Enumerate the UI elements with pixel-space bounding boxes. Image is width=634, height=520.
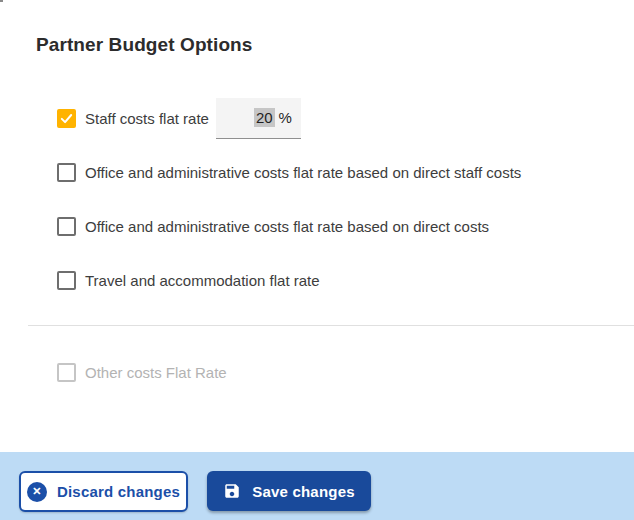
section-divider xyxy=(28,325,634,326)
staff-rate-unit: % xyxy=(279,109,292,126)
office-admin-direct-label: Office and administrative costs flat rat… xyxy=(85,218,489,235)
partner-budget-options-panel: { "page": { "title": "Partner Budget Opt… xyxy=(0,0,634,520)
office-admin-staff-checkbox[interactable] xyxy=(57,163,76,182)
travel-label: Travel and accommodation flat rate xyxy=(85,272,320,289)
option-row-other-costs: Other costs Flat Rate xyxy=(57,363,227,382)
footer-action-bar: ✕ Discard changes Save changes xyxy=(0,452,634,520)
discard-changes-button[interactable]: ✕ Discard changes xyxy=(19,471,188,512)
office-admin-direct-checkbox[interactable] xyxy=(57,217,76,236)
staff-rate-value: 20 xyxy=(254,108,275,127)
checkmark-icon xyxy=(59,111,74,126)
save-icon xyxy=(223,482,241,500)
staff-rate-input[interactable]: 20 % xyxy=(216,98,301,139)
option-row-office-admin-direct: Office and administrative costs flat rat… xyxy=(57,217,489,236)
travel-checkbox[interactable] xyxy=(57,271,76,290)
discard-changes-label: Discard changes xyxy=(57,483,180,500)
page-title: Partner Budget Options xyxy=(36,34,253,56)
option-row-staff-costs: Staff costs flat rate 20 % xyxy=(57,97,301,139)
option-row-travel: Travel and accommodation flat rate xyxy=(57,271,320,290)
save-changes-label: Save changes xyxy=(252,483,354,500)
screen-edge-artifact xyxy=(0,0,3,2)
option-row-office-admin-staff: Office and administrative costs flat rat… xyxy=(57,163,521,182)
save-changes-button[interactable]: Save changes xyxy=(207,471,371,511)
other-costs-checkbox xyxy=(57,363,76,382)
office-admin-staff-label: Office and administrative costs flat rat… xyxy=(85,164,521,181)
cancel-icon: ✕ xyxy=(27,482,47,502)
staff-costs-checkbox[interactable] xyxy=(57,109,76,128)
other-costs-label: Other costs Flat Rate xyxy=(85,364,227,381)
staff-costs-label: Staff costs flat rate xyxy=(85,110,209,127)
